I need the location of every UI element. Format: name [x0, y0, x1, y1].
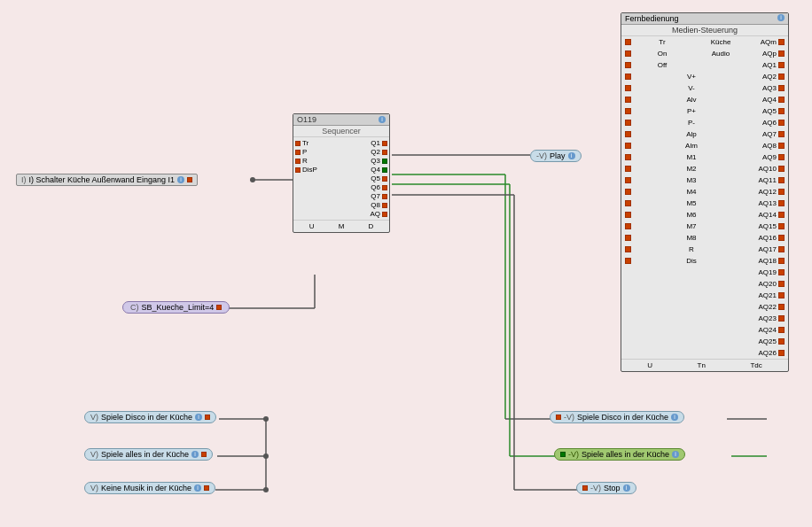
port-m8-right: [778, 235, 785, 241]
sequencer-inputs: Tr P R DisP: [295, 139, 322, 218]
keine-musik-left-info[interactable]: i: [194, 484, 201, 492]
port-dot-q6: [382, 185, 387, 190]
seq-footer-d: D: [369, 222, 374, 230]
spiele-disco-left-port: [205, 415, 210, 420]
port-vplus-left: [625, 74, 631, 80]
panel-subtitle: Medien-Steuerung: [621, 25, 788, 36]
spiele-alles-left-info[interactable]: i: [191, 451, 199, 458]
stop-right-port-in: [582, 485, 588, 491]
spiele-alles-right-label: Spiele alles in der Küche: [582, 450, 669, 459]
port-dot-q7: [382, 194, 387, 199]
play-prefix: -V): [536, 151, 547, 160]
port-dis-right: [778, 258, 785, 264]
sequencer-footer: U M D: [293, 220, 389, 232]
port-dot-q1: [382, 141, 387, 146]
spiele-disco-left-node: V) Spiele Disco in der Küche i: [84, 411, 216, 423]
panel-row-vminus: V- AQ3: [621, 82, 788, 94]
port-on-right: [778, 50, 785, 57]
port-r-right: [778, 246, 785, 252]
svg-point-17: [263, 487, 269, 492]
spiele-disco-right-info[interactable]: i: [671, 414, 678, 421]
port-m6-right: [778, 212, 785, 218]
port-alp-left: [625, 131, 631, 137]
port-pplus-left: [625, 108, 631, 114]
panel-row-on: On Audio AQp: [621, 48, 788, 59]
sequencer-outputs: Q1 Q2 Q3 Q4 Q5 Q6: [322, 139, 387, 218]
sequencer-title-bar: O119 i: [293, 114, 389, 126]
panel-row-vplus: V+ AQ2: [621, 71, 788, 82]
panel-row-m8: M8 AQ16: [621, 232, 788, 244]
spiele-alles-right-info[interactable]: i: [672, 451, 679, 458]
panel-row-m5: M5 AQ13: [621, 198, 788, 209]
port-m7-right: [778, 223, 785, 229]
port-dot-aq: [382, 212, 387, 217]
spiele-disco-left-info[interactable]: i: [195, 414, 202, 421]
port-off-left: [625, 62, 631, 68]
port-dot-q5: [382, 176, 387, 182]
sequencer-block: O119 i Sequencer Tr P R DisP Q1: [293, 113, 390, 233]
panel-row-r: R AQ17: [621, 244, 788, 255]
port-m2-right: [778, 166, 785, 172]
panel-row-alp: Alp AQ7: [621, 128, 788, 140]
port-vminus-right: [778, 85, 785, 91]
port-m1-left: [625, 154, 631, 160]
seq-footer-m: M: [339, 222, 345, 230]
port-tr-left: [625, 39, 631, 45]
panel-row-aq19: AQ19: [621, 267, 788, 278]
spiele-alles-left-port: [201, 452, 207, 457]
input-switch-node: I) I) Schalter Küche Außenwand Eingang I…: [16, 174, 198, 186]
spiele-alles-left-prefix: V): [90, 450, 98, 459]
panel-info-icon[interactable]: i: [777, 14, 785, 21]
svg-point-1: [250, 177, 255, 182]
port-alv-right: [778, 97, 785, 103]
spiele-alles-left-node: V) Spiele alles in der Küche i: [84, 448, 213, 461]
port-dot-q2: [382, 150, 387, 155]
seq-port-r: R: [295, 157, 322, 165]
port-r-left: [625, 246, 631, 252]
spiele-disco-right-node: -V) Spiele Disco in der Küche i: [550, 411, 684, 423]
port-aq24-right: [778, 327, 785, 333]
port-dot-q8: [382, 203, 387, 208]
spiele-disco-left-prefix: V): [90, 413, 98, 422]
sequencer-body: Tr P R DisP Q1 Q2: [293, 137, 389, 220]
play-info-icon[interactable]: i: [568, 152, 575, 159]
svg-point-13: [263, 416, 269, 422]
panel-row-pminus: P- AQ6: [621, 117, 788, 128]
sb-port: [216, 305, 222, 310]
port-m3-left: [625, 177, 631, 183]
port-aq26-right: [778, 350, 785, 356]
seq-port-q1: Q1: [371, 139, 387, 147]
seq-port-q5: Q5: [371, 174, 387, 182]
input-switch-info-icon[interactable]: i: [177, 176, 184, 183]
svg-point-15: [263, 453, 269, 459]
panel-row-m7: M7 AQ15: [621, 221, 788, 232]
stop-right-info[interactable]: i: [623, 484, 630, 492]
port-m1-right: [778, 154, 785, 160]
spiele-disco-right-label: Spiele Disco in der Küche: [577, 413, 668, 422]
sequencer-info-icon[interactable]: i: [379, 116, 386, 123]
port-m4-left: [625, 189, 631, 195]
input-switch-prefix: I): [21, 175, 27, 184]
port-alm-left: [625, 143, 631, 149]
panel-row-alv: Alv AQ4: [621, 94, 788, 105]
seq-port-q8: Q8: [371, 201, 387, 209]
sb-label: SB_Kueche_Limit=4: [142, 303, 215, 312]
panel-row-aq22: AQ22: [621, 301, 788, 313]
panel-row-pplus: P+ AQ5: [621, 105, 788, 117]
panel-footer-u: U: [647, 361, 652, 369]
port-aq22-right: [778, 304, 785, 310]
port-dot-tr: [295, 141, 301, 146]
port-vplus-right: [778, 74, 785, 80]
play-var-node: -V) Play i: [530, 150, 582, 162]
panel-row-m2: M2 AQ10: [621, 163, 788, 174]
port-alp-right: [778, 131, 785, 137]
fernbedienung-panel: Fernbedienung i Medien-Steuerung Tr Küch…: [621, 12, 789, 372]
panel-row-m3: M3 AQ11: [621, 174, 788, 186]
port-dot-q3: [382, 159, 387, 164]
port-alm-right: [778, 143, 785, 149]
seq-port-q4: Q4: [371, 166, 387, 174]
port-aq23-right: [778, 315, 785, 322]
port-aq19-right: [778, 269, 785, 275]
port-aq25-right: [778, 338, 785, 345]
port-alv-left: [625, 97, 631, 103]
